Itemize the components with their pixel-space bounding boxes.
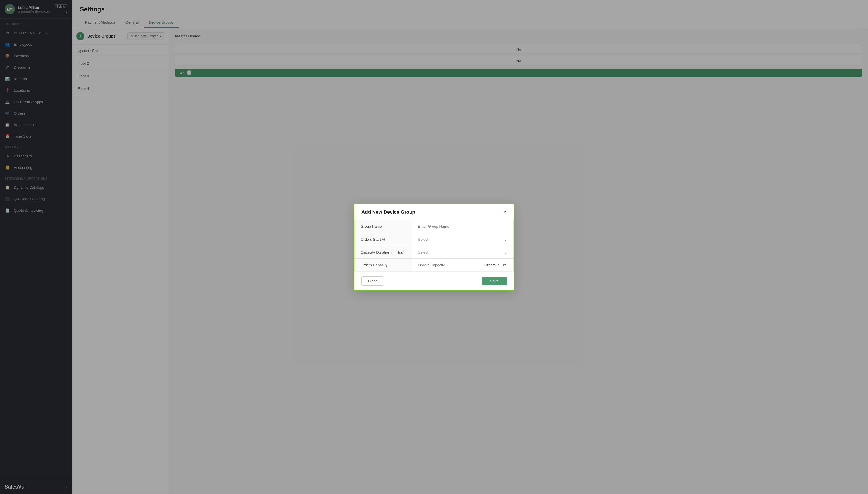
capacity-duration-row: Capacity Duration (in Hrs.) Select <box>355 246 513 259</box>
orders-start-at-label: Orders Start At <box>355 233 412 246</box>
modal-title: Add New Device Group <box>361 209 415 215</box>
orders-capacity-input[interactable] <box>418 263 481 267</box>
modal-save-button[interactable]: Save <box>482 277 507 285</box>
orders-capacity-row: Orders Capacity Orders in Hrs. <box>355 259 513 271</box>
orders-in-hrs-label: Orders in Hrs. <box>484 263 508 267</box>
modal-overlay: Add New Device Group × Group Name Orders… <box>0 0 868 494</box>
orders-capacity-label: Orders Capacity <box>355 259 412 271</box>
modal-close-action-button[interactable]: Close <box>361 276 384 286</box>
orders-start-at-select-wrapper: Select <box>418 237 508 242</box>
capacity-duration-select-wrapper: Select <box>418 250 508 254</box>
modal-form-table: Group Name Orders Start At Select <box>355 220 513 271</box>
capacity-inputs-row: Orders in Hrs. <box>418 263 508 267</box>
add-device-group-modal: Add New Device Group × Group Name Orders… <box>354 203 514 291</box>
group-name-label: Group Name <box>355 220 412 233</box>
orders-start-at-row: Orders Start At Select <box>355 233 513 246</box>
capacity-duration-select[interactable]: Select <box>418 250 504 254</box>
modal-footer: Close Save <box>355 271 513 290</box>
orders-start-at-chevron-icon <box>504 237 508 242</box>
capacity-duration-label: Capacity Duration (in Hrs.) <box>355 246 412 259</box>
modal-close-button[interactable]: × <box>503 209 507 215</box>
capacity-duration-chevron-icon <box>504 250 508 254</box>
orders-start-at-select[interactable]: Select <box>418 237 504 242</box>
modal-header: Add New Device Group × <box>355 204 513 220</box>
group-name-row: Group Name <box>355 220 513 233</box>
group-name-input[interactable] <box>418 224 508 229</box>
